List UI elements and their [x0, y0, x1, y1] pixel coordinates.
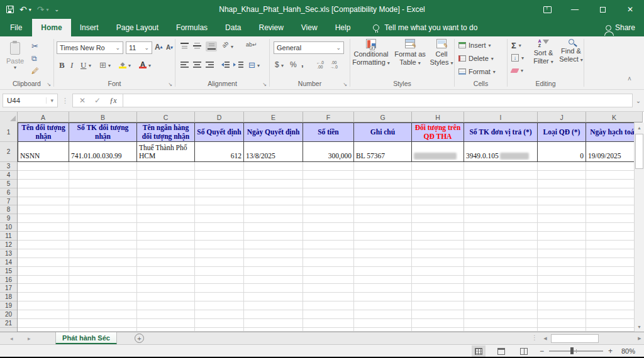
- fill-color-dropdown-icon[interactable]: ▾: [128, 63, 131, 68]
- column-header-A[interactable]: A: [18, 112, 69, 122]
- empty-cell[interactable]: [303, 267, 354, 275]
- empty-cell[interactable]: [137, 180, 195, 188]
- empty-cell[interactable]: [137, 301, 195, 310]
- row-header-19[interactable]: 19: [0, 301, 17, 310]
- empty-cell[interactable]: [137, 249, 195, 258]
- sheet-nav-left-icon[interactable]: ◂: [10, 332, 13, 345]
- percent-style-icon[interactable]: %: [290, 60, 297, 69]
- column-header-G[interactable]: G: [354, 112, 412, 122]
- empty-cell[interactable]: [18, 319, 69, 327]
- empty-cell[interactable]: [412, 258, 464, 266]
- conditional-formatting-button[interactable]: ≠ Conditional Formatting ▾: [352, 39, 391, 66]
- zoom-in-icon[interactable]: +: [608, 347, 613, 355]
- empty-cell[interactable]: [195, 241, 244, 249]
- empty-cell[interactable]: [412, 180, 464, 188]
- cell-C1[interactable]: Tên ngân hàng đối tượng nhận: [137, 122, 195, 142]
- page-layout-view-button[interactable]: [494, 345, 508, 357]
- row-header-7[interactable]: 7: [0, 197, 17, 206]
- empty-cell[interactable]: [538, 284, 586, 292]
- empty-cell[interactable]: [464, 328, 538, 331]
- delete-cells-button[interactable]: Delete ▾: [458, 55, 494, 62]
- empty-cell[interactable]: [354, 162, 412, 170]
- insert-cells-button[interactable]: Insert ▾: [458, 41, 491, 49]
- empty-cell[interactable]: [538, 293, 586, 301]
- empty-cell[interactable]: [195, 223, 244, 231]
- empty-cell[interactable]: [303, 197, 354, 205]
- column-header-B[interactable]: B: [69, 112, 137, 122]
- empty-cell[interactable]: [354, 197, 412, 205]
- empty-cell[interactable]: [538, 214, 586, 222]
- font-size-combo[interactable]: 11 ⌄: [126, 41, 152, 54]
- empty-cell[interactable]: [195, 188, 244, 197]
- cell-E1[interactable]: Ngày Quyết định: [244, 122, 303, 142]
- tab-home[interactable]: Home: [32, 19, 70, 36]
- empty-cell[interactable]: [303, 293, 354, 301]
- empty-cell[interactable]: [464, 162, 538, 170]
- tab-help[interactable]: Help: [326, 19, 360, 36]
- empty-cell[interactable]: [538, 310, 586, 318]
- column-header-F[interactable]: F: [303, 112, 354, 122]
- row-header-12[interactable]: 12: [0, 241, 17, 249]
- collapse-ribbon-icon[interactable]: ˄: [628, 75, 631, 82]
- row-header-16[interactable]: 16: [0, 276, 17, 285]
- empty-cell[interactable]: [244, 328, 303, 331]
- ribbon-display-options-button[interactable]: [533, 0, 561, 19]
- empty-cell[interactable]: [303, 188, 354, 197]
- row-header-8[interactable]: 8: [0, 205, 17, 214]
- empty-cell[interactable]: [69, 171, 137, 179]
- cell-G2[interactable]: BL 57367: [354, 142, 412, 162]
- empty-cell[interactable]: [303, 258, 354, 266]
- empty-cell[interactable]: [354, 223, 412, 231]
- empty-cell[interactable]: [137, 267, 195, 275]
- wrap-text-icon[interactable]: ab↵: [246, 41, 257, 48]
- empty-cell[interactable]: [195, 197, 244, 205]
- format-as-table-button[interactable]: ✎ Format as Table ▾: [392, 39, 428, 66]
- empty-cell[interactable]: [538, 171, 586, 179]
- row-header-4[interactable]: 4: [0, 171, 17, 180]
- empty-cell[interactable]: [412, 284, 464, 292]
- empty-cell[interactable]: [303, 249, 354, 258]
- empty-cell[interactable]: [354, 188, 412, 197]
- empty-cell[interactable]: [354, 276, 412, 284]
- cell-I2[interactable]: 3949.0.105: [464, 142, 538, 162]
- empty-cell[interactable]: [538, 249, 586, 258]
- cell-G1[interactable]: Ghi chú: [354, 122, 412, 142]
- empty-cell[interactable]: [538, 319, 586, 327]
- empty-cell[interactable]: [244, 301, 303, 310]
- empty-cell[interactable]: [18, 301, 69, 310]
- empty-cell[interactable]: [412, 232, 464, 240]
- empty-cell[interactable]: [412, 328, 464, 331]
- empty-cell[interactable]: [18, 232, 69, 240]
- cell-E2[interactable]: 13/8/2025: [244, 142, 303, 162]
- horizontal-scroll-thumb[interactable]: [551, 334, 599, 343]
- empty-cell[interactable]: [244, 293, 303, 301]
- empty-cell[interactable]: [412, 223, 464, 231]
- empty-cell[interactable]: [137, 205, 195, 214]
- row-header-20[interactable]: 20: [0, 310, 17, 319]
- font-dialog-launcher[interactable]: ↘: [168, 82, 172, 87]
- scroll-down-icon[interactable]: ▼: [635, 322, 644, 332]
- empty-cell[interactable]: [538, 180, 586, 188]
- empty-cell[interactable]: [303, 232, 354, 240]
- empty-cell[interactable]: [303, 310, 354, 318]
- column-header-I[interactable]: I: [464, 112, 538, 122]
- paste-button[interactable]: Paste ▾: [4, 40, 26, 82]
- empty-cell[interactable]: [69, 223, 137, 231]
- empty-cell[interactable]: [137, 319, 195, 327]
- align-center-icon[interactable]: [193, 62, 201, 68]
- vertical-scrollbar[interactable]: ▲ ▼: [634, 122, 644, 332]
- empty-cell[interactable]: [195, 319, 244, 327]
- align-right-icon[interactable]: [206, 62, 214, 68]
- empty-cell[interactable]: [464, 284, 538, 292]
- empty-cell[interactable]: [464, 293, 538, 301]
- tab-insert[interactable]: Insert: [71, 19, 108, 36]
- align-middle-icon[interactable]: [193, 43, 201, 49]
- empty-cell[interactable]: [464, 188, 538, 197]
- decrease-indent-icon[interactable]: [219, 62, 230, 68]
- empty-cell[interactable]: [464, 319, 538, 327]
- underline-dropdown-icon[interactable]: ▾: [89, 63, 91, 68]
- empty-cell[interactable]: [538, 188, 586, 197]
- empty-cell[interactable]: [412, 241, 464, 249]
- empty-cell[interactable]: [69, 267, 137, 275]
- share-button[interactable]: Share: [606, 19, 635, 36]
